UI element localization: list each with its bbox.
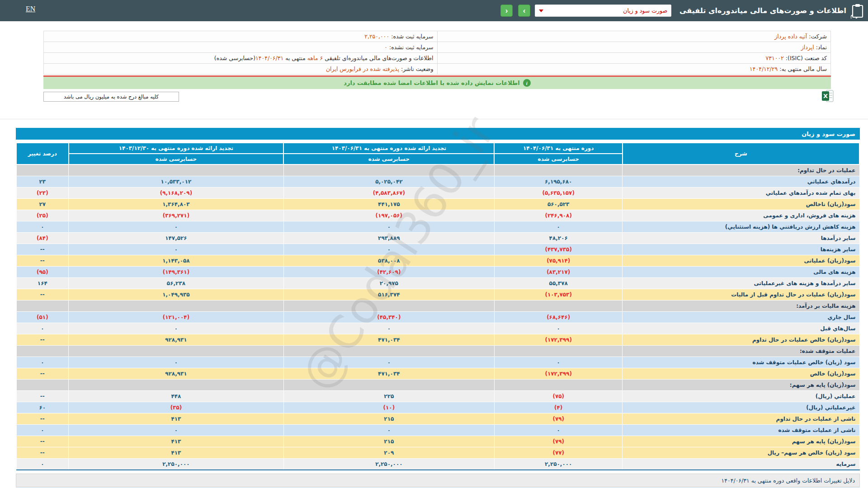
value-cell: ۵,۰۲۵,۰۴۲ xyxy=(283,176,494,188)
percent-change-cell: -- xyxy=(16,391,69,402)
info-row: شرکت:آتیه داده پردازسرمایه ثبت شده:۲,۲۵۰… xyxy=(44,31,831,42)
value-cell: ۰ xyxy=(494,323,622,334)
value-cell: (۷۵) xyxy=(494,391,622,402)
statement-row: سود(زیان) خالص عملیات در حال تداوم(۱۷۲,۳… xyxy=(16,334,859,346)
value-cell: ۲,۲۵۰,۰۰۰ xyxy=(494,459,622,470)
percent-change-cell: (۵۱) xyxy=(16,312,69,323)
info-cell: اطلاعات و صورت‌های مالی میاندوره‌ای تلفی… xyxy=(44,53,438,64)
value-cell: ۰ xyxy=(494,357,622,368)
value-cell: ۰ xyxy=(283,244,494,255)
info-label: سال مالی منتهی به: xyxy=(779,66,827,72)
percent-change-cell: ۰ xyxy=(16,221,69,233)
percent-change-cell: -- xyxy=(16,244,69,255)
value-cell: ۱۴۷,۵۲۶ xyxy=(69,233,284,244)
info-label: وضعیت ناشر: xyxy=(401,66,434,72)
value-cell: ۵۶,۲۳۸ xyxy=(69,278,284,289)
info-label: شرکت: xyxy=(809,33,827,40)
language-en-link[interactable]: EN xyxy=(26,5,35,13)
info-cell: سال مالی منتهی به:۱۴۰۴/۱۲/۲۹ xyxy=(437,64,831,75)
top-bar: اطلاعات و صورت‌های مالی میاندوره‌ای تلفی… xyxy=(0,0,868,21)
value-cell: (۴۵,۳۴۰) xyxy=(283,312,494,323)
statement-title-bar: صورت سود و زیان xyxy=(16,128,860,140)
report-select[interactable]: صورت سود و زیان xyxy=(535,5,671,17)
statement-row: سود(زیان) خالص(۱۷۲,۳۹۹)۴۷۱,۰۳۴۹۲۸,۹۳۱-- xyxy=(16,368,859,380)
statement-row: سود(زیان) عملیات در حال تداوم قبل از مال… xyxy=(16,289,859,300)
statement-row: سال جاري(۶۸,۶۴۶)(۴۵,۳۴۰)(۱۲۱,۰۰۴)(۵۱) xyxy=(16,312,859,323)
section-row: عملیات متوقف شده: xyxy=(16,346,859,357)
statement-row: هزینه کاهش ارزش دریافتني ها (هزینه استثن… xyxy=(16,221,859,233)
statement-row: ناشی از عملیات در حال تداوم(۷۹)۲۱۵۴۱۳-- xyxy=(16,413,859,425)
signature-match-banner: i اطلاعات نمایش داده شده با اطلاعات امضا… xyxy=(43,77,831,89)
section-label: عملیات متوقف شده: xyxy=(623,346,859,357)
section-row: سود(زیان) پایه هر سهم: xyxy=(16,380,859,391)
section-empty-cell xyxy=(494,164,622,176)
value-cell: ۴۱۳ xyxy=(69,413,284,425)
section-label: هزینه مالیات بر درآمد: xyxy=(623,300,859,312)
excel-export-icon[interactable]: X xyxy=(822,89,834,103)
statement-row: سایر درآمدها و هزینه های غیرعملیاتی۵۵,۳۷… xyxy=(16,278,859,289)
percent-change-cell: ۱۶۴ xyxy=(16,278,69,289)
company-info-table: شرکت:آتیه داده پردازسرمایه ثبت شده:۲,۲۵۰… xyxy=(43,31,831,75)
col-header-percent-change: درصد تغییر xyxy=(16,143,69,164)
value-cell: (۴) xyxy=(494,402,622,413)
row-label: ناشی از عملیات متوقف شده xyxy=(623,425,859,436)
value-cell: ۲۹۳,۸۸۹ xyxy=(283,233,494,244)
value-cell: (۳۵) xyxy=(69,402,284,413)
footer-section-title: دلایل تغییرات اطلاعات واقعی دوره منتهی ب… xyxy=(16,474,860,487)
value-cell: ۶,۱۹۵,۶۸۰ xyxy=(494,176,622,188)
value-cell: ۴۷۱,۰۳۴ xyxy=(283,368,494,380)
value-cell: ۲۱۵ xyxy=(283,436,494,447)
chevron-down-icon xyxy=(539,9,543,12)
value-cell: (۴۳۷,۷۳۵) xyxy=(494,244,622,255)
value-cell: (۲۴۶,۹۰۸) xyxy=(494,210,622,221)
row-label: هزینه های فروش، اداری و عمومی xyxy=(623,210,859,221)
value-cell: ۴۴۱,۱۷۵ xyxy=(283,199,494,210)
section-label: سود(زیان) پایه هر سهم: xyxy=(623,380,859,391)
company-info-body: شرکت:آتیه داده پردازسرمایه ثبت شده:۲,۲۵۰… xyxy=(44,31,831,75)
info-value: ۰ xyxy=(384,44,387,51)
statement-row: هزینه های مالی(۸۳,۲۱۷)(۴۲,۶۰۹)(۱۴۹,۳۶۱)(… xyxy=(16,267,859,278)
value-cell: ۱,۱۴۳,۰۵۸ xyxy=(69,255,284,267)
clipboard-icon xyxy=(851,3,864,19)
percent-change-cell: -- xyxy=(16,447,69,459)
info-cell: شرکت:آتیه داده پرداز xyxy=(437,31,831,42)
statement-body: عملیات در حال تداوم:درآمدهاي عملياتي۶,۱۹… xyxy=(16,164,859,470)
statement-row: سود(زیان) ناخالص۵۶۰,۵۲۳۴۴۱,۱۷۵۱,۳۶۴,۸۰۳۲… xyxy=(16,199,859,210)
info-cell: کد صنعت (ISIC):۷۳۱۰۰۲ xyxy=(437,53,831,64)
value-cell: ۲۰,۹۷۵ xyxy=(283,278,494,289)
percent-change-cell: -- xyxy=(16,368,69,380)
row-label: غیرعملیاتي (ریال) xyxy=(623,402,859,413)
statement-row: درآمدهاي عملياتي۶,۱۹۵,۶۸۰۵,۰۲۵,۰۴۲۱۰,۵۳۳… xyxy=(16,176,859,188)
value-cell: (۹,۱۶۸,۲۰۹) xyxy=(69,188,284,199)
statement-row: ناشی از عملیات متوقف شده۰۰۰۰ xyxy=(16,425,859,436)
value-cell: ۱۰,۵۳۳,۰۱۲ xyxy=(69,176,284,188)
value-cell: ۱,۳۶۴,۸۰۳ xyxy=(69,199,284,210)
section-divider xyxy=(0,119,868,119)
col-subheader-audited-2: حسابرسی شده xyxy=(283,154,494,164)
row-label: سود (زیان) خالص عملیات متوقف شده xyxy=(623,357,859,368)
statement-row: سود (زیان) خالص عملیات متوقف شده۰۰۰۰ xyxy=(16,357,859,368)
percent-change-cell: -- xyxy=(16,413,69,425)
value-cell: ۲,۲۵۰,۰۰۰ xyxy=(69,459,284,470)
section-empty-cell xyxy=(283,164,494,176)
row-label: سود(زیان) خالص xyxy=(623,368,859,380)
statement-row: سال‌هاي قبل۰۰۰۰ xyxy=(16,323,859,334)
percent-change-cell: ۰ xyxy=(16,323,69,334)
percent-change-cell: (۲۵) xyxy=(16,210,69,221)
section-empty-cell xyxy=(283,300,494,312)
page-title: اطلاعات و صورت‌های مالی میاندوره‌ای تلفی… xyxy=(679,6,846,15)
row-label: سود(زیان) عملیاتی xyxy=(623,255,859,267)
value-cell: (۱۷۲,۳۹۹) xyxy=(494,368,622,380)
info-label: سرمایه ثبت شده: xyxy=(391,33,433,40)
next-report-button[interactable]: › xyxy=(518,5,530,17)
statement-row: بهای تمام شده درآمدهاي عملياتي(۵,۶۳۵,۱۵۷… xyxy=(16,188,859,199)
row-label: سال جاري xyxy=(623,312,859,323)
percent-change-cell: ۲۳ xyxy=(16,176,69,188)
statement-row: سود (زیان) خالص هر سهم– ریال(۷۷)۲۰۹۴۱۳-- xyxy=(16,447,859,459)
value-cell: ۰ xyxy=(69,244,284,255)
statement-row: سایر هزینه‌ها(۴۳۷,۷۳۵)۰۰-- xyxy=(16,244,859,255)
value-cell: ۰ xyxy=(69,323,284,334)
prev-report-button[interactable]: ‹ xyxy=(500,5,513,17)
value-cell: (۶۸,۶۴۶) xyxy=(494,312,622,323)
col-header-description: شرح xyxy=(623,143,859,164)
